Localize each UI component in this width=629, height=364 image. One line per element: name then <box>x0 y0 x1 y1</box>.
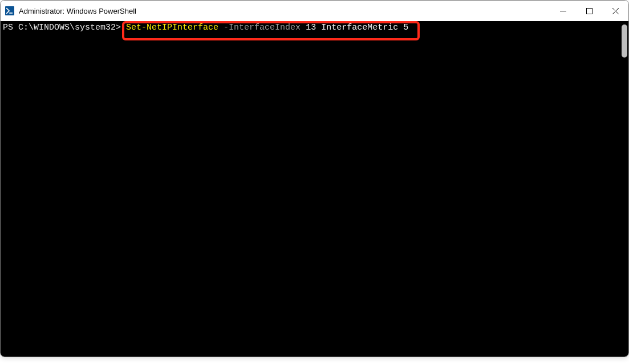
minimize-button[interactable] <box>550 1 576 21</box>
arg-metric-value: 5 <box>403 23 408 32</box>
vertical-scrollbar-thumb[interactable] <box>622 24 627 58</box>
arg-metric-label: InterfaceMetric <box>321 23 398 32</box>
param-token: -InterfaceIndex <box>224 23 301 32</box>
terminal-line: PS C:\WINDOWS\system32> Set-NetIPInterfa… <box>1 21 628 34</box>
titlebar[interactable]: Administrator: Windows PowerShell <box>1 1 628 21</box>
command-token: Set-NetIPInterface <box>126 23 218 32</box>
powershell-window: Administrator: Windows PowerShell PS C:\… <box>0 0 629 357</box>
powershell-icon <box>5 6 14 15</box>
arg-index: 13 <box>306 23 316 32</box>
close-button[interactable] <box>602 1 628 21</box>
svg-rect-2 <box>586 8 592 14</box>
maximize-button[interactable] <box>576 1 602 21</box>
prompt-text: PS C:\WINDOWS\system32> <box>3 23 126 32</box>
terminal-area[interactable]: PS C:\WINDOWS\system32> Set-NetIPInterfa… <box>1 21 628 357</box>
window-title: Administrator: Windows PowerShell <box>19 7 136 15</box>
